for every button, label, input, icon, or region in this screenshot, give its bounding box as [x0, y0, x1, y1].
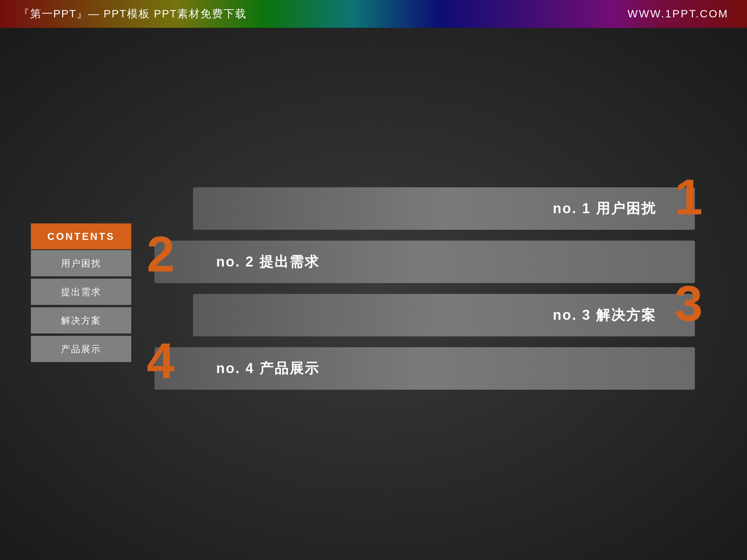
content-bar-3: no. 3 解决方案 [193, 294, 695, 336]
content-row-3: no. 3 解决方案 3 [154, 294, 695, 336]
content-row-2: 2 no. 2 提出需求 [154, 241, 695, 283]
content-bar-4: no. 4 产品展示 [154, 347, 695, 390]
content-row-4: 4 no. 4 产品展示 [154, 347, 695, 390]
item-number-1: 1 [675, 172, 703, 222]
content-bar-2: no. 2 提出需求 [154, 241, 695, 283]
item-label-2: no. 2 提出需求 [216, 253, 320, 272]
header-left-text: 『第一PPT』— PPT模板 PPT素材免费下载 [19, 7, 247, 21]
sidebar-item-4[interactable]: 产品展示 [31, 336, 131, 362]
item-label-4: no. 4 产品展示 [216, 359, 320, 378]
item-number-2: 2 [147, 229, 174, 279]
item-label-1: no. 1 用户困扰 [553, 199, 656, 218]
contents-label: CONTENTS [31, 224, 131, 249]
sidebar-item-2[interactable]: 提出需求 [31, 279, 131, 305]
content-row-1: no. 1 用户困扰 1 [154, 187, 695, 230]
item-number-3: 3 [675, 278, 703, 329]
content-bar-1: no. 1 用户困扰 [193, 187, 695, 230]
item-number-4: 4 [147, 336, 174, 386]
sidebar-item-1[interactable]: 用户困扰 [31, 250, 131, 277]
header-bar: 『第一PPT』— PPT模板 PPT素材免费下载 WWW.1PPT.COM [0, 0, 747, 28]
header-right-text: WWW.1PPT.COM [627, 8, 728, 20]
main-area: CONTENTS 用户困扰 提出需求 解决方案 产品展示 no. 1 用户困扰 … [0, 28, 747, 560]
sidebar: CONTENTS 用户困扰 提出需求 解决方案 产品展示 [31, 224, 131, 365]
content-items: no. 1 用户困扰 1 2 no. 2 提出需求 no. 3 解决方案 3 4… [154, 187, 695, 400]
sidebar-item-3[interactable]: 解决方案 [31, 307, 131, 334]
item-label-3: no. 3 解决方案 [553, 306, 656, 325]
